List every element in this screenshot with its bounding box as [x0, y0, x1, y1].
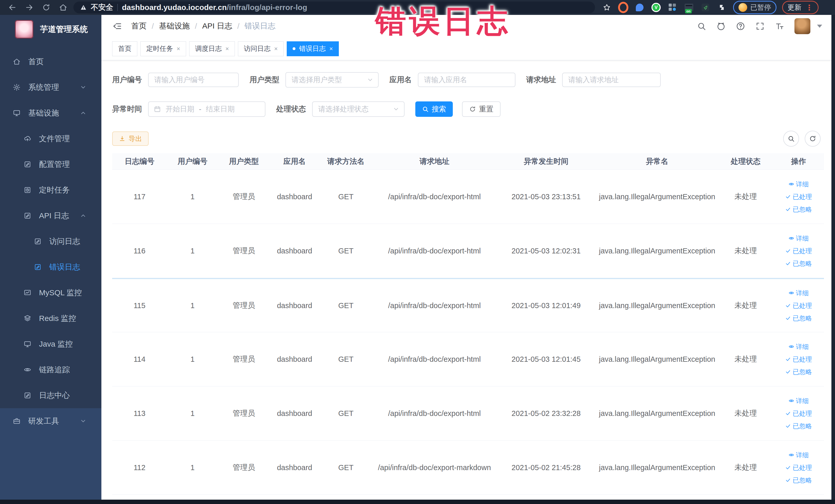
sidebar-item-log-center[interactable]: 日志中心 [0, 383, 101, 408]
tab-schedule-log[interactable]: 调度日志× [189, 41, 235, 56]
breadcrumb-item-0[interactable]: 首页 [131, 21, 147, 31]
green-check-circle-icon[interactable]: V [651, 2, 661, 13]
action-detail-link[interactable]: 详细 [789, 343, 809, 351]
cell-exception: java.lang.IllegalArgumentException [595, 355, 719, 364]
reset-button[interactable]: 重置 [462, 101, 501, 117]
user-avatar[interactable] [794, 18, 810, 34]
sidebar-item-config-mgmt[interactable]: 配置管理 [0, 152, 101, 177]
action-done-link[interactable]: 已处理 [785, 193, 812, 201]
sidebar-item-file-mgmt[interactable]: 文件管理 [0, 126, 101, 152]
export-button[interactable]: 导出 [112, 132, 149, 146]
extension-grid-icon[interactable] [667, 2, 678, 13]
app-logo[interactable]: 芋道管理系统 [0, 15, 101, 43]
cell-url: /api/infra/db-doc/export-html [372, 409, 497, 418]
browser-update-button[interactable]: 更新 ⋮ [782, 1, 819, 14]
check-icon [785, 477, 791, 483]
warning-icon [80, 4, 87, 11]
action-ignore-link[interactable]: 已忽略 [785, 476, 812, 484]
adblock-ring-icon[interactable] [618, 2, 628, 13]
sidebar-item-java-monitor[interactable]: Java 监控 [0, 331, 101, 357]
action-done-link[interactable]: 已处理 [785, 463, 812, 472]
edit-icon [34, 263, 42, 271]
breadcrumb-separator: / [237, 22, 239, 31]
toggle-search-button[interactable] [783, 131, 799, 147]
action-done-link[interactable]: 已处理 [785, 247, 812, 255]
briefcase-icon [13, 417, 21, 425]
sidebar-item-trace[interactable]: 链路追踪 [0, 357, 101, 383]
sidebar-item-scheduled-jobs[interactable]: 定时任务 [0, 177, 101, 203]
refresh-table-button[interactable] [805, 131, 821, 147]
sidebar-item-mysql-monitor[interactable]: MySQL 监控 [0, 280, 101, 305]
sidebar-item-dev-tools[interactable]: 研发工具 [0, 408, 101, 434]
process-status-select[interactable]: 请选择处理状态 [312, 101, 405, 117]
close-icon[interactable]: × [177, 45, 180, 53]
help-icon[interactable] [736, 22, 745, 31]
cell-app_name: dashboard [269, 355, 320, 364]
action-ignore-link[interactable]: 已忽略 [785, 368, 812, 376]
sprout-icon[interactable] [700, 2, 711, 13]
exception-time-range-picker[interactable]: 开始日期 - 结束日期 [148, 101, 265, 117]
action-detail-link[interactable]: 详细 [789, 397, 809, 405]
action-detail-link[interactable]: 详细 [789, 180, 809, 188]
edit-icon [34, 238, 42, 245]
breadcrumb-item-1[interactable]: 基础设施 [159, 21, 190, 31]
user-type-select[interactable]: 请选择用户类型 [285, 72, 379, 87]
action-ignore-link[interactable]: 已忽略 [785, 422, 812, 430]
browser-reload-icon[interactable] [40, 2, 53, 13]
avatar-caret-icon[interactable] [817, 25, 822, 28]
action-detail-link[interactable]: 详细 [789, 234, 809, 243]
action-ignore-link[interactable]: 已忽略 [785, 259, 812, 268]
close-icon[interactable]: × [329, 45, 333, 53]
extension-paused-badge[interactable]: 已暂停 [733, 1, 776, 14]
sidebar-item-infrastructure[interactable]: 基础设施 [0, 100, 101, 126]
sidebar-item-api-log[interactable]: API 日志 [0, 203, 101, 228]
request-url-input[interactable] [562, 73, 661, 87]
cell-url: /api/infra/db-doc/export-html [372, 301, 497, 310]
close-icon[interactable]: × [225, 45, 229, 53]
action-ignore-link[interactable]: 已忽略 [785, 205, 812, 214]
tab-scheduled-jobs[interactable]: 定时任务× [140, 41, 186, 56]
star-icon[interactable] [602, 2, 612, 13]
user-id-input[interactable] [148, 73, 239, 87]
address-bar[interactable]: 不安全 dashboard.yudao.iocoder.cn/infra/log… [74, 2, 595, 13]
cell-url: /api/infra/db-doc/export-html [372, 355, 497, 364]
close-icon[interactable]: × [274, 45, 278, 53]
eye-icon [789, 290, 794, 296]
sidebar-item-access-log[interactable]: 访问日志 [0, 228, 101, 254]
home-icon [13, 58, 21, 65]
tab-home[interactable]: 首页 [112, 41, 137, 56]
blue-drop-icon[interactable] [634, 2, 645, 13]
sidebar-item-label: 文件管理 [39, 134, 70, 144]
cell-app_name: dashboard [269, 409, 320, 418]
action-done-link[interactable]: 已处理 [785, 355, 812, 364]
action-done-link[interactable]: 已处理 [785, 409, 812, 418]
action-detail-link[interactable]: 详细 [789, 289, 809, 297]
action-done-link[interactable]: 已处理 [785, 301, 812, 310]
action-ignore-link[interactable]: 已忽略 [785, 314, 812, 322]
sidebar-item-error-log[interactable]: 错误日志 [0, 254, 101, 280]
column-header-user_id: 用户编号 [167, 156, 218, 167]
tab-access-log[interactable]: 访问日志× [238, 41, 284, 56]
cell-method: GET [320, 193, 372, 201]
fullscreen-icon[interactable] [755, 22, 765, 31]
switch-on-icon[interactable]: on [684, 2, 694, 13]
browser-back-icon[interactable] [6, 2, 19, 13]
sidebar-item-redis-monitor[interactable]: Redis 监控 [0, 305, 101, 331]
font-size-icon[interactable] [775, 22, 784, 31]
tab-error-log[interactable]: 错误日志× [287, 41, 339, 56]
sidebar-item-home[interactable]: 首页 [0, 49, 101, 75]
search-button[interactable]: 搜索 [415, 101, 453, 117]
sidebar-item-system-mgmt[interactable]: 系统管理 [0, 75, 101, 100]
search-icon[interactable] [697, 22, 706, 31]
hamburger-icon[interactable] [112, 21, 122, 31]
eye-icon [789, 181, 794, 187]
app-name-input[interactable] [418, 73, 515, 87]
browser-home-icon[interactable] [57, 2, 70, 13]
action-detail-link[interactable]: 详细 [789, 451, 809, 459]
browser-forward-icon[interactable] [23, 2, 36, 13]
kebab-menu-icon[interactable]: ⋮ [806, 3, 813, 12]
breadcrumb-item-2[interactable]: API 日志 [202, 21, 232, 31]
puzzle-icon[interactable] [717, 2, 727, 13]
cell-actions: 详细已处理已忽略 [773, 234, 824, 268]
github-icon[interactable] [716, 22, 726, 31]
